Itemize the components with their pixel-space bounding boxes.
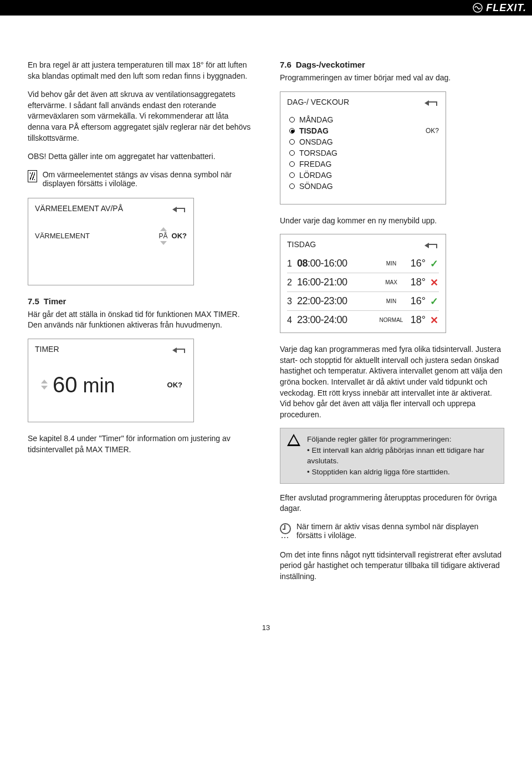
- schedule-panel: TISDAG 108:00-16:00MIN16°✓216:00-21:00MA…: [280, 234, 446, 333]
- section-7-5-heading: 7.5Timer: [28, 296, 252, 306]
- obs-note: OBS! Detta gäller inte om aggregatet har…: [28, 151, 252, 162]
- brand-logo-icon: [473, 3, 483, 13]
- heater-off-text: Om värmeelementet stängs av visas denna …: [43, 170, 252, 188]
- day-panel-title-row: DAG-/ VECKOUR: [280, 92, 446, 110]
- day-option[interactable]: MÅNDAG: [289, 114, 439, 125]
- clock-note: ••• När timern är aktiv visas denna symb…: [280, 522, 504, 540]
- back-icon[interactable]: [424, 241, 439, 248]
- timer-panel: TIMER 60 min OK?: [28, 339, 194, 422]
- row-mode: MIN: [379, 298, 403, 304]
- section-7-5-text: Här går det att ställa in önskad tid för…: [28, 309, 252, 331]
- day-option[interactable]: TORSDAG: [289, 147, 439, 158]
- warning-text: Följande regler gäller för programmering…: [307, 434, 497, 477]
- schedule-row[interactable]: 423:00-24:00NORMAL18°✕: [287, 311, 439, 329]
- day-label: SÖNDAG: [299, 182, 333, 191]
- schedule-rows: 108:00-16:00MIN16°✓216:00-21:00MAX18°✕32…: [280, 252, 446, 333]
- brand-header: FLEXIT.: [0, 0, 532, 16]
- row-time: 16:00-21:00: [297, 277, 376, 288]
- intro-p1: En bra regel är att justera temperaturen…: [28, 60, 252, 81]
- section-7-6-num: 7.6: [280, 60, 291, 69]
- section-7-5-ref: Se kapitel 8.4 under "Timer" för informa…: [28, 433, 252, 455]
- timer-value-stepper[interactable]: [40, 380, 48, 390]
- after-prog-text: Efter avslutad programmering återupptas …: [280, 493, 504, 514]
- day-option[interactable]: FREDAG: [289, 158, 439, 170]
- under-days-text: Under varje dag kommer en ny menybild up…: [280, 216, 504, 227]
- day-label: TISDAG: [299, 126, 329, 135]
- schedule-row[interactable]: 108:00-16:00MIN16°✓: [287, 254, 439, 273]
- back-icon[interactable]: [424, 99, 439, 105]
- timer-value: 60 min: [53, 372, 115, 397]
- row-temp: 18°: [407, 277, 426, 288]
- heater-off-icon: [28, 170, 37, 182]
- heater-off-note: Om värmeelementet stängs av visas denna …: [28, 170, 252, 188]
- radio-icon: [289, 150, 295, 156]
- schedule-panel-title: TISDAG: [287, 240, 316, 249]
- day-label: LÖRDAG: [299, 171, 332, 180]
- heater-value-stepper[interactable]: PÅ: [160, 227, 167, 245]
- warning-box: Följande regler gäller för programmering…: [280, 428, 504, 483]
- row-time: 08:00-16:00: [297, 258, 376, 269]
- back-icon[interactable]: [172, 205, 187, 212]
- day-panel-title: DAG-/ VECKOUR: [287, 98, 349, 106]
- schedule-row[interactable]: 322:00-23:00MIN16°✓: [287, 292, 439, 311]
- day-label: MÅNDAG: [299, 115, 333, 124]
- right-column: 7.6Dags-/veckotimer Programmeringen av t…: [280, 60, 504, 590]
- radio-icon: [289, 117, 295, 122]
- schedule-row[interactable]: 216:00-21:00MAX18°✕: [287, 273, 439, 292]
- page-number: 13: [0, 623, 532, 632]
- day-ok-label: OK?: [426, 127, 439, 135]
- day-label: ONSDAG: [299, 137, 333, 146]
- day-label: TORSDAG: [299, 149, 337, 157]
- row-mode: MIN: [379, 260, 403, 267]
- row-mode: NORMAL: [379, 317, 403, 323]
- heater-panel-title-row: VÄRMEELEMENT AV/PÅ: [28, 198, 193, 216]
- radio-icon: [289, 183, 295, 189]
- heater-panel-title: VÄRMEELEMENT AV/PÅ: [35, 204, 123, 213]
- section-7-5-title: Timer: [44, 296, 66, 306]
- row-index: 2: [287, 278, 294, 288]
- heater-ok-button[interactable]: OK?: [172, 232, 187, 240]
- check-icon[interactable]: ✓: [429, 259, 439, 269]
- timer-ok-button[interactable]: OK?: [167, 381, 182, 389]
- row-index: 4: [287, 315, 294, 325]
- day-panel: DAG-/ VECKOUR MÅNDAGTISDAGOK?ONSDAGTORSD…: [280, 91, 446, 204]
- day-option[interactable]: ONSDAG: [289, 136, 439, 147]
- heater-value-row: VÄRMELEMENT PÅ OK?: [35, 218, 187, 278]
- clock-icon: •••: [280, 522, 291, 540]
- page-content: En bra regel är att justera temperaturen…: [0, 16, 532, 612]
- heater-row-label: VÄRMELEMENT: [35, 232, 155, 240]
- cross-icon[interactable]: ✕: [429, 278, 439, 288]
- brand-name: FLEXIT.: [486, 2, 526, 14]
- timer-panel-title-row: TIMER: [28, 339, 193, 357]
- day-option[interactable]: SÖNDAG: [289, 181, 439, 192]
- radio-icon: [289, 172, 295, 178]
- day-label: FREDAG: [299, 160, 331, 168]
- row-index: 1: [287, 259, 294, 269]
- timer-panel-title: TIMER: [35, 345, 59, 354]
- row-temp: 16°: [407, 258, 426, 269]
- intro-p2: Vid behov går det även att skruva av ven…: [28, 89, 252, 144]
- timer-value-row: 60 min OK?: [35, 359, 187, 415]
- day-list: MÅNDAGTISDAGOK?ONSDAGTORSDAGFREDAGLÖRDAG…: [287, 112, 439, 197]
- section-7-6-title: Dags-/veckotimer: [296, 60, 365, 69]
- section-7-5-num: 7.5: [28, 296, 39, 306]
- row-time: 23:00-24:00: [297, 314, 376, 326]
- heater-panel: VÄRMEELEMENT AV/PÅ VÄRMELEMENT PÅ OK?: [28, 198, 194, 285]
- row-temp: 16°: [407, 295, 426, 307]
- row-mode: MAX: [379, 279, 403, 285]
- back-icon[interactable]: [172, 346, 187, 352]
- section-7-6-intro: Programmeringen av timer börjar med val …: [280, 73, 504, 84]
- radio-icon: [289, 139, 295, 145]
- section-7-6-heading: 7.6Dags-/veckotimer: [280, 60, 504, 69]
- day-option[interactable]: TISDAGOK?: [289, 125, 439, 136]
- cross-icon[interactable]: ✕: [429, 315, 439, 325]
- clock-note-text: När timern är aktiv visas denna symbol n…: [296, 522, 504, 540]
- row-index: 3: [287, 296, 294, 306]
- radio-icon: [289, 161, 295, 167]
- radio-icon: [289, 128, 295, 134]
- check-icon[interactable]: ✓: [429, 296, 439, 306]
- day-option[interactable]: LÖRDAG: [289, 170, 439, 181]
- schedule-explain: Varje dag kan programmeras med fyra olik…: [280, 344, 504, 420]
- left-column: En bra regel är att justera temperaturen…: [28, 60, 252, 590]
- row-temp: 18°: [407, 314, 426, 326]
